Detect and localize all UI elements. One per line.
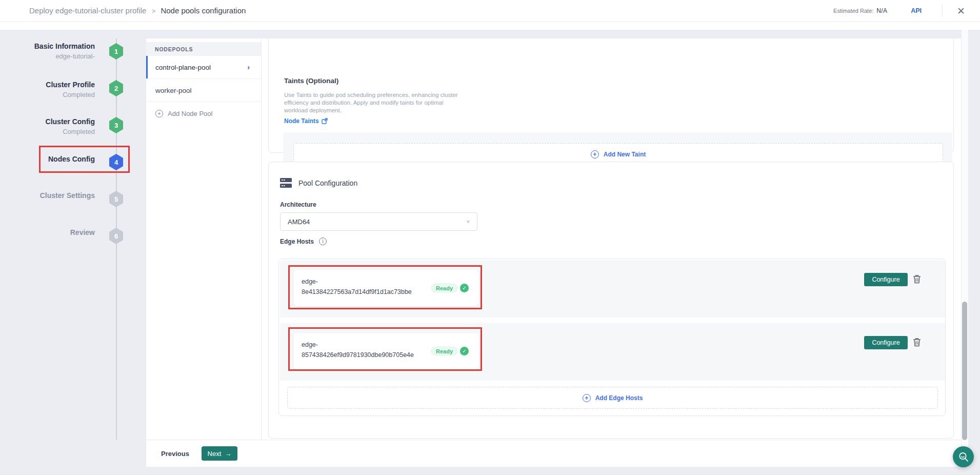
step-badge-4: 4 — [109, 154, 123, 170]
scrollbar-thumb[interactable] — [962, 302, 967, 440]
configure-button[interactable]: Configure — [864, 273, 908, 286]
nodepools-panel: NODEPOOLS control-plane-pool › worker-po… — [146, 38, 262, 440]
edge-host-row: edge- 857438426ef9d9781930dbe90b705e4e R… — [280, 323, 945, 381]
magnifier-smile-icon — [958, 451, 969, 463]
plus-circle-icon: + — [591, 150, 599, 159]
external-link-icon — [322, 118, 328, 124]
sidebar-step-cluster-settings[interactable]: Cluster Settings — [0, 190, 95, 201]
check-circle-icon: ✓ — [460, 347, 469, 355]
header-divider — [942, 5, 943, 17]
step-badge-3: 3 — [109, 117, 123, 133]
chevron-right-icon: › — [247, 63, 250, 71]
edge-host-row: edge- 8e41384227563a7d14df9f1d1ac73bbe R… — [280, 260, 945, 318]
edge-host-card[interactable]: edge- 8e41384227563a7d14df9f1d1ac73bbe R… — [293, 270, 479, 306]
architecture-label: Architecture — [280, 201, 316, 208]
breadcrumb-profile-name: Deploy edge-tutorial-cluster profile — [29, 6, 146, 15]
plus-circle-icon: + — [583, 394, 591, 402]
step-badge-2: 2 — [109, 80, 123, 96]
status-badge: Ready — [431, 346, 458, 356]
add-node-pool-button[interactable]: + Add Node Pool — [146, 102, 261, 125]
pool-configuration-card: Pool Configuration Architecture AMD64 ▾ … — [268, 162, 954, 439]
check-circle-icon: ✓ — [460, 284, 469, 292]
plus-circle-icon: + — [155, 110, 163, 117]
architecture-select[interactable]: AMD64 ▾ — [280, 212, 477, 231]
breadcrumb: Deploy edge-tutorial-cluster profile > N… — [29, 6, 246, 15]
main-scroll-area[interactable]: Taints (Optional) Use Taints to guide po… — [262, 38, 961, 440]
step-badge-5: 5 — [109, 191, 123, 207]
trash-icon[interactable] — [913, 274, 921, 284]
wizard-header: Deploy edge-tutorial-cluster profile > N… — [0, 0, 980, 30]
configure-button[interactable]: Configure — [864, 336, 908, 349]
taints-title: Taints (Optional) — [284, 77, 338, 85]
breadcrumb-separator: > — [152, 7, 156, 15]
arrow-right-icon: → — [225, 450, 231, 458]
server-pool-icon — [280, 177, 292, 188]
add-edge-hosts-button[interactable]: + Add Edge Hosts — [287, 387, 938, 409]
trash-icon[interactable] — [913, 338, 921, 347]
help-launcher-button[interactable] — [953, 446, 974, 467]
node-taints-link[interactable]: Node Taints — [284, 117, 328, 125]
sidebar-step-nodes-config[interactable]: Nodes Config — [0, 154, 95, 164]
status-badge: Ready — [431, 283, 458, 293]
sidebar-step-review[interactable]: Review — [0, 227, 95, 237]
step-badge-1: 1 — [109, 43, 123, 60]
wizard-footer: Previous Next → — [146, 440, 968, 467]
edge-hosts-label: Edge Hosts — [280, 238, 314, 245]
header-rule — [0, 22, 980, 22]
deploy-wizard-screen: Deploy edge-tutorial-cluster profile > N… — [0, 0, 980, 475]
close-icon[interactable]: ✕ — [954, 5, 968, 17]
nodepools-header: NODEPOOLS — [146, 42, 261, 56]
sidebar-step-cluster-profile[interactable]: Cluster Profile Completed — [0, 80, 95, 100]
api-link[interactable]: API — [911, 7, 922, 14]
sidebar-step-basic-information[interactable]: Basic Information edge-tutorial- — [0, 41, 95, 62]
sidebar-step-cluster-config[interactable]: Cluster Config Completed — [0, 116, 95, 137]
edge-hosts-container: edge- 8e41384227563a7d14df9f1d1ac73bbe R… — [278, 259, 946, 416]
chevron-down-icon: ▾ — [467, 218, 470, 225]
next-button[interactable]: Next → — [202, 446, 237, 461]
edge-host-card[interactable]: edge- 857438426ef9d9781930dbe90b705e4e R… — [293, 333, 479, 369]
step-badge-6: 6 — [109, 228, 123, 244]
nodepool-item-control-plane-pool[interactable]: control-plane-pool › — [146, 56, 261, 79]
previous-button[interactable]: Previous — [161, 450, 189, 458]
pool-configuration-title: Pool Configuration — [298, 179, 357, 187]
nodepool-item-worker-pool[interactable]: worker-pool — [146, 79, 261, 102]
info-icon[interactable]: i — [319, 237, 327, 245]
page-title: Node pools configuration — [161, 6, 246, 15]
estimated-rate-label: Estimated Rate: — [833, 8, 873, 14]
taints-description: Use Taints to guide pod scheduling prefe… — [284, 91, 465, 114]
taints-section-card: Taints (Optional) Use Taints to guide po… — [268, 38, 954, 153]
estimated-rate-value: N/A — [876, 7, 887, 14]
